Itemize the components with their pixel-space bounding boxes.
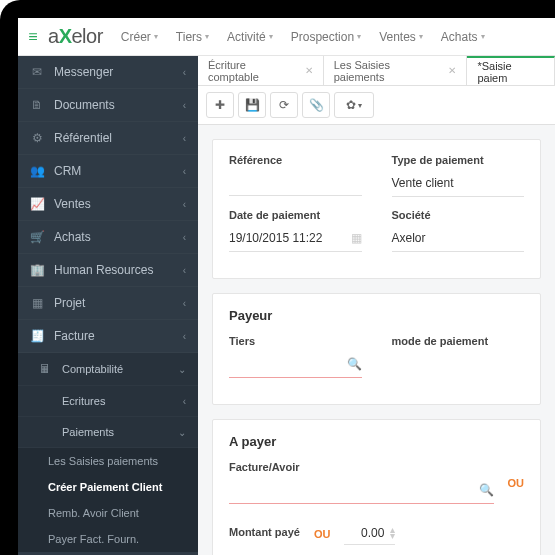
cart-icon: 🛒 xyxy=(30,230,44,244)
sidebar-item-remb-avoir[interactable]: Remb. Avoir Client xyxy=(18,500,198,526)
save-button[interactable]: 💾 xyxy=(238,92,266,118)
settings-dropdown[interactable]: ✿▾ xyxy=(334,92,374,118)
sidebar-item-ecritures[interactable]: Ecritures‹ xyxy=(18,386,198,417)
sidebar-item-comptabilite[interactable]: 🖩Comptabilité⌄ xyxy=(18,353,198,386)
caret-icon: ▾ xyxy=(419,32,423,41)
calendar-icon[interactable]: ▦ xyxy=(351,231,362,245)
sidebar-label: CRM xyxy=(54,164,81,178)
invoice-icon: 🧾 xyxy=(30,329,44,343)
sidebar-item-ventes[interactable]: 📈Ventes‹ xyxy=(18,188,198,221)
sidebar-item-paiements[interactable]: Paiements⌄ xyxy=(18,417,198,448)
sidebar-item-hr[interactable]: 🏢Human Resources‹ xyxy=(18,254,198,287)
sidebar-item-crm[interactable]: 👥CRM‹ xyxy=(18,155,198,188)
caret-icon: ▾ xyxy=(269,32,273,41)
add-button[interactable]: ✚ xyxy=(206,92,234,118)
sidebar-label: Paiements xyxy=(62,426,114,438)
montant-input[interactable]: 0.00 ▴▾ xyxy=(344,522,395,545)
sidebar-label: Achats xyxy=(54,230,91,244)
sidebar: ✉Messenger‹ 🗎Documents‹ ⚙Référentiel‹ 👥C… xyxy=(18,56,198,555)
hr-icon: 🏢 xyxy=(30,263,44,277)
caret-icon: ▾ xyxy=(357,32,361,41)
type-value: Vente client xyxy=(392,170,525,197)
spinner-icon[interactable]: ▴▾ xyxy=(390,527,395,539)
chevron-left-icon: ‹ xyxy=(183,199,186,210)
sidebar-label: Payer Fact. Fourn. xyxy=(48,533,139,545)
project-icon: ▦ xyxy=(30,296,44,310)
tab-saisie-paiem[interactable]: *Saisie paiem xyxy=(467,56,555,85)
caret-icon: ▾ xyxy=(481,32,485,41)
ou-separator: OU xyxy=(314,528,331,540)
reference-label: Référence xyxy=(229,154,362,166)
tiers-label: Tiers xyxy=(229,335,362,347)
payeur-section-title: Payeur xyxy=(229,308,524,323)
facture-input[interactable]: 🔍 xyxy=(229,477,494,504)
chevron-left-icon: ‹ xyxy=(183,298,186,309)
refresh-button[interactable]: ⟳ xyxy=(270,92,298,118)
sidebar-item-achats[interactable]: 🛒Achats‹ xyxy=(18,221,198,254)
logo-text: a xyxy=(48,25,59,47)
close-icon[interactable]: ✕ xyxy=(448,65,456,76)
sidebar-label: Créer Paiement Client xyxy=(48,481,162,493)
sidebar-label: Les Saisies paiements xyxy=(48,455,158,467)
menu-ventes[interactable]: Ventes▾ xyxy=(371,26,431,48)
card-apayer: A payer Facture/Avoir 🔍 OU Montant payé … xyxy=(212,419,541,555)
sidebar-item-referentiel[interactable]: ⚙Référentiel‹ xyxy=(18,122,198,155)
sidebar-item-facture[interactable]: 🧾Facture‹ xyxy=(18,320,198,353)
company-value: Axelor xyxy=(392,225,525,252)
gear-icon: ⚙ xyxy=(30,131,44,145)
type-label: Type de paiement xyxy=(392,154,525,166)
sidebar-label: Référentiel xyxy=(54,131,112,145)
chevron-left-icon: ‹ xyxy=(183,100,186,111)
search-icon[interactable]: 🔍 xyxy=(479,483,494,497)
apayer-section-title: A payer xyxy=(229,434,524,449)
chart-icon: 📈 xyxy=(30,197,44,211)
sidebar-label: Ventes xyxy=(54,197,91,211)
menu-toggle-icon[interactable]: ≡ xyxy=(18,28,48,46)
tab-ecriture[interactable]: Écriture comptable✕ xyxy=(198,56,324,85)
date-input[interactable]: 19/10/2015 11:22▦ xyxy=(229,225,362,252)
montant-label: Montant payé xyxy=(229,526,300,538)
menu-creer[interactable]: Créer▾ xyxy=(113,26,166,48)
sidebar-label: Projet xyxy=(54,296,85,310)
sidebar-item-saisies[interactable]: Les Saisies paiements xyxy=(18,448,198,474)
sidebar-item-payer-fourn[interactable]: Payer Fact. Fourn. xyxy=(18,526,198,552)
sidebar-item-projet[interactable]: ▦Projet‹ xyxy=(18,287,198,320)
reference-input[interactable] xyxy=(229,170,362,196)
sidebar-label: Messenger xyxy=(54,65,113,79)
sidebar-label: Comptabilité xyxy=(62,363,123,375)
chevron-down-icon: ⌄ xyxy=(178,364,186,375)
chevron-down-icon: ⌄ xyxy=(178,427,186,438)
menu-tiers[interactable]: Tiers▾ xyxy=(168,26,217,48)
topbar: ≡ aXelor Créer▾ Tiers▾ Activité▾ Prospec… xyxy=(18,18,555,56)
caret-icon: ▾ xyxy=(205,32,209,41)
menu-achats[interactable]: Achats▾ xyxy=(433,26,493,48)
sidebar-label: Ecritures xyxy=(62,395,105,407)
brand-logo[interactable]: aXelor xyxy=(48,25,103,48)
chevron-left-icon: ‹ xyxy=(183,67,186,78)
menu-prospection[interactable]: Prospection▾ xyxy=(283,26,369,48)
card-payeur: Payeur Tiers 🔍 mode de paiement xyxy=(212,293,541,405)
montant-value: 0.00 xyxy=(344,526,384,540)
tab-label: Les Saisies paiements xyxy=(334,59,443,83)
close-icon[interactable]: ✕ xyxy=(305,65,313,76)
sidebar-item-documents[interactable]: 🗎Documents‹ xyxy=(18,89,198,122)
sidebar-label: Human Resources xyxy=(54,263,153,277)
main-area: Écriture comptable✕ Les Saisies paiement… xyxy=(198,56,555,555)
documents-icon: 🗎 xyxy=(30,98,44,112)
sidebar-label: Facture xyxy=(54,329,95,343)
sidebar-item-messenger[interactable]: ✉Messenger‹ xyxy=(18,56,198,89)
menu-activite[interactable]: Activité▾ xyxy=(219,26,281,48)
tab-saisies[interactable]: Les Saisies paiements✕ xyxy=(324,56,468,85)
sidebar-item-creer-paiement[interactable]: Créer Paiement Client xyxy=(18,474,198,500)
ou-separator: OU xyxy=(508,477,525,489)
chevron-left-icon: ‹ xyxy=(183,133,186,144)
sidebar-label: Remb. Avoir Client xyxy=(48,507,139,519)
search-icon[interactable]: 🔍 xyxy=(347,357,362,371)
attach-button[interactable]: 📎 xyxy=(302,92,330,118)
tab-label: *Saisie paiem xyxy=(477,60,544,84)
tab-label: Écriture comptable xyxy=(208,59,299,83)
company-label: Société xyxy=(392,209,525,221)
top-menu: Créer▾ Tiers▾ Activité▾ Prospection▾ Ven… xyxy=(113,26,493,48)
tiers-input[interactable]: 🔍 xyxy=(229,351,362,378)
mode-label: mode de paiement xyxy=(392,335,525,347)
